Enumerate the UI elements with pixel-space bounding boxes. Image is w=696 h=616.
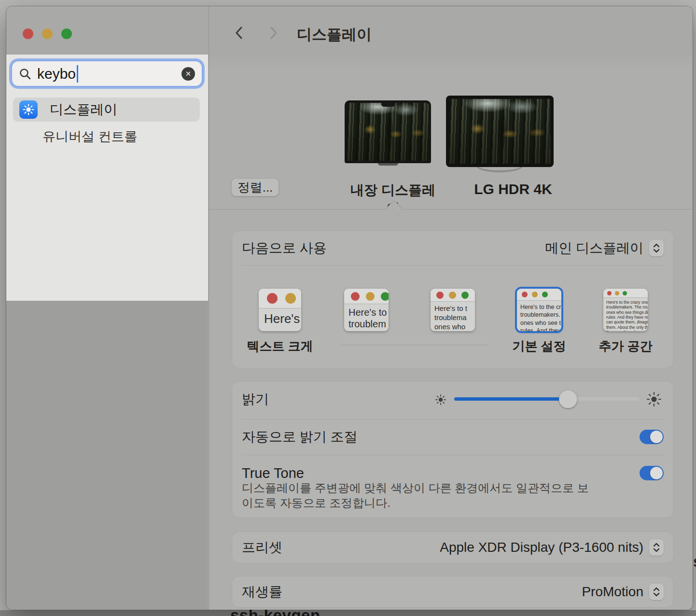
auto-brightness-toggle[interactable] (640, 430, 664, 444)
settings-window: keybo ✕ (6, 6, 693, 610)
arrange-button[interactable]: 정렬... (231, 178, 279, 196)
text-cursor (77, 65, 78, 83)
sun-bright-icon (646, 392, 662, 407)
mini-window-titlebar (344, 289, 389, 304)
preset-stepper[interactable] (649, 539, 664, 556)
mini-window-text: Here's (259, 308, 301, 326)
toggle-knob (650, 431, 663, 443)
refresh-rate-value: ProMotion (582, 584, 643, 600)
preset-value: Apple XDR Display (P3-1600 nits) (440, 540, 643, 555)
background-right-edge-text: s (693, 553, 696, 571)
resolution-card: 다음으로 사용 메인 디스플레이 Here's Here's to tro (232, 231, 673, 368)
zoom-button[interactable] (61, 28, 72, 39)
header-background (209, 6, 693, 69)
brightness-slider[interactable] (454, 397, 640, 401)
background-window-strip: ssh-keygen (0, 610, 696, 616)
scaling-label-default: 기본 설정 (501, 338, 578, 355)
scaling-track-line (341, 345, 487, 345)
traffic-lights (23, 28, 72, 39)
display-brightness-icon (19, 100, 38, 119)
display-thumbnail-built-in[interactable] (345, 100, 431, 163)
mini-window-text: Here's to troublem (344, 304, 389, 330)
mini-window-titlebar (259, 289, 301, 308)
titlebar[interactable] (6, 6, 208, 55)
scaling-label-more-space: 추가 공간 (587, 338, 664, 355)
toggle-knob (650, 467, 663, 479)
display-settings-pane: 디스플레이 내장 디스플레이 LG HDR 4K 정렬... 다음으로 사용 메… (209, 6, 693, 610)
clear-search-button[interactable]: ✕ (181, 67, 195, 81)
display-thumbnail-lg-hdr-4k[interactable] (446, 96, 554, 167)
display-name-lg: LG HDR 4K (450, 181, 576, 197)
search-result-display[interactable]: 디스플레이 (13, 98, 200, 122)
search-result-label: 디스플레이 (50, 100, 117, 119)
scaling-label-larger-text: 텍스트 크게 (241, 338, 319, 355)
scaling-option-3[interactable]: Here's to t troublema ones who (431, 289, 475, 331)
laptop-base (336, 163, 440, 169)
refresh-rate-label: 재생률 (242, 583, 282, 601)
mini-window-titlebar (517, 289, 561, 301)
preset-label: 프리셋 (242, 538, 282, 557)
true-tone-toggle[interactable] (640, 466, 664, 480)
scaling-option-larger-text[interactable]: Here's (259, 289, 301, 331)
row-divider (242, 265, 664, 266)
brightness-slider-knob[interactable] (559, 390, 577, 408)
row-divider (242, 455, 664, 455)
preset-card: 프리셋 Apple XDR Display (P3-1600 nits) (232, 532, 673, 563)
chevron-left-icon (232, 26, 246, 42)
sidebar: keybo ✕ (6, 6, 208, 610)
refresh-rate-card: 재생률 ProMotion (232, 576, 673, 607)
minimize-button[interactable] (42, 28, 53, 39)
mini-window-titlebar (431, 289, 475, 302)
refresh-rate-stepper[interactable] (649, 584, 664, 600)
mini-window-text: Here's to the cr troublemakers. ones who… (517, 301, 561, 331)
scaling-option-more-space[interactable]: Here's to the crazy one troublemakers. T… (603, 289, 648, 331)
screen: ssh-keygen s keybo ✕ (0, 0, 696, 616)
scaling-option-2[interactable]: Here's to troublem (344, 289, 389, 331)
close-button[interactable] (23, 28, 33, 39)
search-result-universal-control[interactable]: 유니버설 컨트롤 (42, 128, 138, 145)
use-as-stepper[interactable] (649, 240, 664, 256)
mini-window-titlebar (603, 289, 648, 298)
chevron-right-icon (267, 26, 280, 42)
brightness-card: 밝기 (232, 381, 673, 518)
page-title: 디스플레이 (297, 25, 372, 45)
scaling-option-default[interactable]: Here's to the cr troublemakers. ones who… (517, 289, 561, 331)
search-query-text: keybo (37, 66, 76, 82)
true-tone-label: True Tone (242, 465, 304, 481)
search-icon (19, 68, 31, 80)
use-as-value: 메인 디스플레이 (545, 239, 643, 257)
brightness-slider-fill (454, 397, 561, 401)
brightness-label: 밝기 (242, 390, 269, 408)
back-button[interactable] (232, 27, 246, 41)
laptop-notch (381, 103, 395, 107)
search-input[interactable]: keybo ✕ (11, 60, 203, 87)
mini-window-text: Here's to t troublema ones who (431, 302, 475, 331)
sun-dim-icon (435, 394, 446, 406)
auto-brightness-label: 자동으로 밝기 조절 (242, 428, 358, 446)
section-divider (209, 209, 693, 210)
true-tone-description: 디스플레이를 주변광에 맞춰 색상이 다른 환경에서도 일관적으로 보이도록 자… (242, 480, 594, 510)
mini-window-text: Here's to the crazy one troublemakers. T… (603, 298, 648, 331)
use-as-label: 다음으로 사용 (242, 239, 327, 257)
search-popover: keybo ✕ (6, 55, 208, 301)
forward-button[interactable] (266, 27, 281, 41)
